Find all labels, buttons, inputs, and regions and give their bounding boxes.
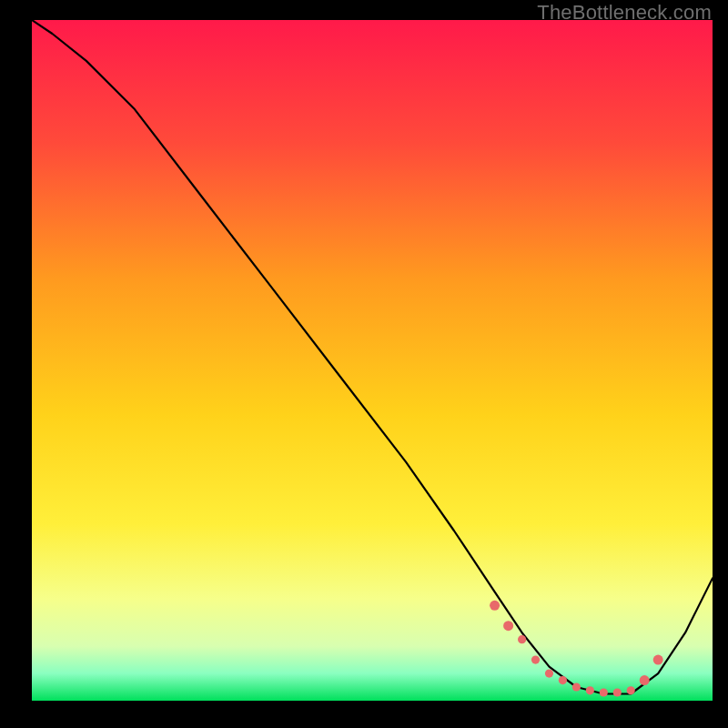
bottleneck-chart: [32, 20, 713, 701]
watermark-label: TheBottleneck.com: [537, 1, 712, 25]
svg-point-5: [559, 676, 567, 684]
svg-point-1: [503, 621, 513, 631]
svg-point-7: [586, 686, 594, 694]
svg-point-6: [572, 682, 581, 691]
chart-frame: [32, 20, 713, 701]
gradient-background: [32, 20, 713, 701]
svg-point-10: [627, 686, 635, 694]
svg-point-0: [490, 601, 500, 611]
svg-point-2: [518, 635, 526, 643]
svg-point-3: [531, 656, 540, 664]
svg-point-12: [653, 655, 663, 665]
svg-point-8: [600, 688, 608, 696]
svg-point-11: [640, 675, 650, 685]
svg-point-9: [613, 688, 622, 696]
svg-point-4: [545, 670, 553, 678]
